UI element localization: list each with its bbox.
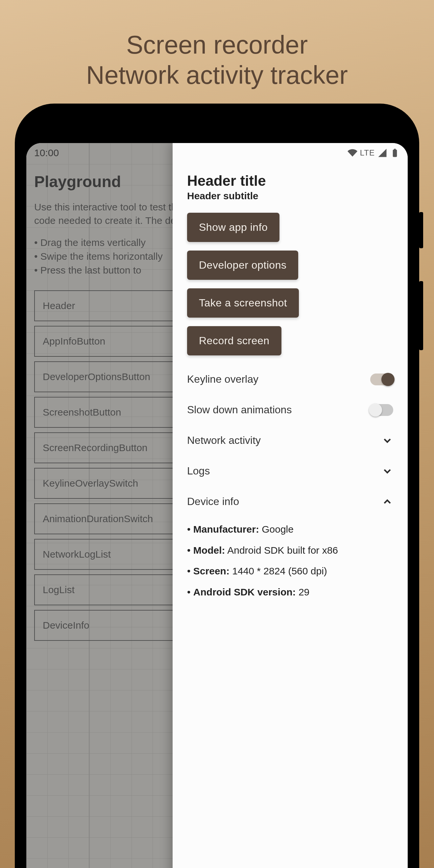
device-frame: Playground Use this interactive tool to … [15, 103, 419, 868]
promo-line-1: Screen recorder [0, 30, 434, 60]
slow-animations-label: Slow down animations [187, 404, 291, 416]
device-screen: Playground Use this interactive tool to … [26, 143, 408, 868]
slow-animations-switch[interactable] [370, 404, 393, 416]
drawer-header-subtitle: Header subtitle [187, 190, 393, 202]
network-activity-row[interactable]: Network activity [187, 425, 393, 456]
keyline-overlay-switch[interactable] [370, 373, 393, 385]
signal-icon [377, 148, 387, 158]
keyline-overlay-row[interactable]: Keyline overlay [187, 364, 393, 395]
status-bar: 10:00 LTE [26, 143, 408, 163]
wifi-icon [347, 148, 358, 158]
device-info-manufacturer: • Manufacturer: Google [187, 519, 393, 540]
battery-icon [390, 148, 400, 158]
device-info-label: Device info [187, 495, 239, 508]
logs-label: Logs [187, 465, 210, 477]
status-time: 10:00 [34, 147, 59, 158]
device-info-section: • Manufacturer: Google • Model: Android … [187, 517, 393, 602]
device-info-screen: • Screen: 1440 * 2824 (560 dpi) [187, 561, 393, 582]
logs-row[interactable]: Logs [187, 456, 393, 486]
record-screen-button[interactable]: Record screen [187, 326, 281, 355]
debug-drawer: Header title Header subtitle Show app in… [173, 143, 408, 868]
device-info-model: • Model: Android SDK built for x86 [187, 540, 393, 561]
developer-options-button[interactable]: Developer options [187, 251, 298, 280]
chevron-down-icon [381, 435, 393, 446]
status-icons: LTE [347, 148, 400, 158]
drawer-header-title: Header title [187, 173, 393, 189]
chevron-up-icon [381, 496, 393, 508]
device-volume-button [419, 281, 423, 350]
device-info-row[interactable]: Device info [187, 486, 393, 517]
promo-line-2: Network activity tracker [0, 60, 434, 90]
show-app-info-button[interactable]: Show app info [187, 213, 279, 242]
take-screenshot-button[interactable]: Take a screenshot [187, 288, 299, 318]
network-type-label: LTE [360, 148, 375, 157]
device-side-button [419, 212, 423, 248]
promo-title: Screen recorder Network activity tracker [0, 0, 434, 90]
keyline-overlay-label: Keyline overlay [187, 373, 258, 385]
network-activity-label: Network activity [187, 434, 261, 446]
chevron-down-icon [381, 465, 393, 477]
device-info-sdk: • Android SDK version: 29 [187, 582, 393, 603]
slow-animations-row[interactable]: Slow down animations [187, 395, 393, 425]
